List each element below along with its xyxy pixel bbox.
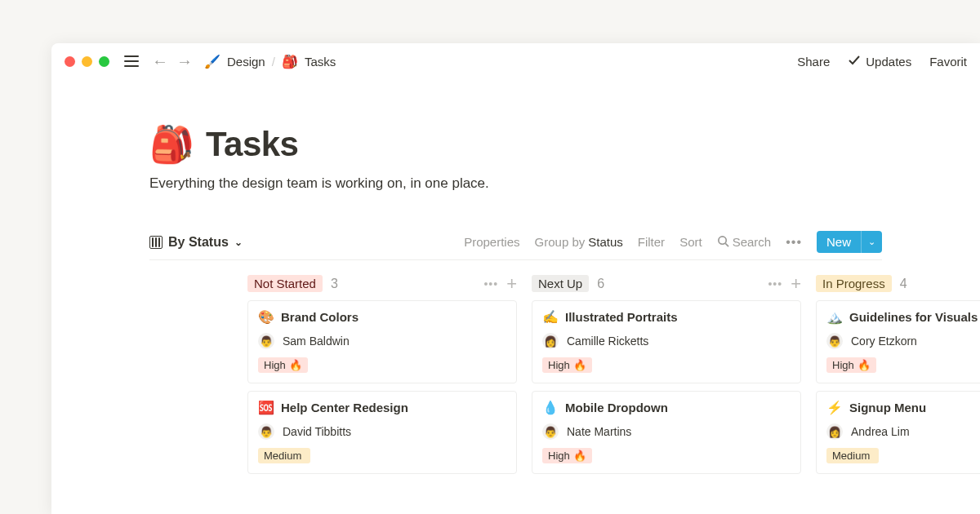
search-icon [717, 235, 729, 250]
menu-icon[interactable] [124, 55, 139, 67]
kanban-board: Not Started 3 ••• + 🎨 Brand Colors 👨 Sam… [51, 275, 980, 481]
groupby-button[interactable]: Group by Status [535, 235, 623, 249]
page-content: 🎒 Tasks Everything the design team is wo… [51, 76, 980, 481]
priority-tag: High 🔥 [542, 448, 592, 463]
avatar: 👨 [258, 423, 274, 440]
task-card[interactable]: 🆘 Help Center Redesign 👨 David Tibbitts … [247, 391, 517, 474]
priority-tag: High 🔥 [258, 357, 308, 373]
priority-tag: High 🔥 [826, 357, 876, 373]
favorite-label: Favorit [929, 55, 967, 69]
card-title: Illustrated Portraits [565, 310, 678, 324]
column-count: 4 [900, 277, 907, 291]
task-card[interactable]: ⚡ Signup Menu 👩 Andrea Lim Medium [816, 391, 980, 474]
priority-tag: High 🔥 [542, 357, 592, 373]
assignee-name: Andrea Lim [851, 425, 910, 438]
card-title: Signup Menu [849, 401, 926, 414]
priority-emoji-icon: 🔥 [858, 359, 871, 371]
column-header: Next Up 6 ••• + [532, 275, 801, 292]
forward-button[interactable]: → [176, 53, 193, 69]
priority-label: High [264, 359, 286, 371]
column-header: In Progress 4 ••• + [816, 275, 980, 292]
column-status-tag[interactable]: Not Started [247, 275, 323, 292]
column-header: Not Started 3 ••• + [247, 275, 517, 292]
card-icon: 💧 [542, 400, 559, 415]
avatar: 👨 [258, 333, 274, 349]
task-card[interactable]: ✍️ Illustrated Portraits 👩 Camille Ricke… [532, 300, 801, 383]
task-card[interactable]: 💧 Mobile Dropdown 👨 Nate Martins High 🔥 [532, 391, 801, 474]
breadcrumb-parent[interactable]: Design [227, 55, 265, 69]
view-label: By Status [168, 235, 229, 250]
priority-emoji-icon: 🔥 [573, 450, 586, 462]
share-button[interactable]: Share [797, 55, 830, 69]
board-icon [149, 236, 163, 249]
card-assignee: 👨 Sam Baldwin [258, 333, 506, 349]
column-status-tag[interactable]: Next Up [532, 275, 589, 292]
card-title: Brand Colors [281, 310, 359, 324]
window-controls [65, 56, 109, 67]
priority-tag: Medium [826, 448, 879, 463]
card-title-row: 🆘 Help Center Redesign [258, 400, 506, 415]
priority-label: High [548, 450, 570, 462]
toolbar-divider [149, 259, 882, 260]
priority-emoji-icon: 🔥 [289, 359, 302, 371]
card-title-row: ⚡ Signup Menu [826, 400, 980, 415]
updates-button[interactable]: Updates [848, 54, 911, 69]
search-button[interactable]: Search [717, 235, 772, 250]
card-assignee: 👨 Cory Etzkorn [826, 333, 980, 349]
card-title-row: 🎨 Brand Colors [258, 309, 506, 325]
page-description[interactable]: Everything the design team is working on… [149, 175, 882, 192]
new-button-group: New ⌄ [817, 231, 882, 253]
minimize-window-button[interactable] [82, 56, 92, 67]
breadcrumb-current[interactable]: Tasks [305, 55, 336, 69]
breadcrumb-current-icon: 🎒 [282, 54, 298, 69]
assignee-name: Sam Baldwin [283, 335, 350, 348]
share-label: Share [797, 55, 830, 69]
priority-label: Medium [264, 450, 301, 462]
view-selector[interactable]: By Status ⌄ [149, 235, 243, 250]
card-assignee: 👨 David Tibbitts [258, 423, 506, 440]
card-title-row: ✍️ Illustrated Portraits [542, 309, 791, 325]
toolbar-right: Properties Group by Status Filter Sort S… [464, 231, 882, 253]
priority-label: High [548, 359, 570, 371]
column-add-button[interactable]: + [506, 277, 517, 290]
assignee-name: Camille Ricketts [567, 335, 648, 348]
new-button-dropdown[interactable]: ⌄ [861, 231, 882, 253]
column-actions: ••• + [768, 277, 801, 290]
more-options-button[interactable]: ••• [786, 235, 802, 250]
card-icon: 🏔️ [826, 309, 843, 325]
updates-label: Updates [866, 55, 911, 69]
column-actions: ••• + [483, 277, 517, 290]
column-more-button[interactable]: ••• [768, 277, 782, 290]
card-assignee: 👩 Andrea Lim [826, 423, 980, 440]
favorite-button[interactable]: Favorit [929, 55, 967, 69]
card-assignee: 👩 Camille Ricketts [542, 333, 791, 349]
back-button[interactable]: ← [152, 53, 168, 69]
maximize-window-button[interactable] [99, 56, 109, 67]
topbar-actions: Share Updates Favorit [797, 54, 967, 69]
close-window-button[interactable] [65, 56, 75, 67]
new-button[interactable]: New [817, 231, 861, 253]
properties-button[interactable]: Properties [464, 235, 519, 249]
column-count: 6 [597, 277, 604, 291]
column-status-tag[interactable]: In Progress [816, 275, 892, 292]
column-next_up: Next Up 6 ••• + ✍️ Illustrated Portraits… [532, 275, 801, 481]
task-card[interactable]: 🎨 Brand Colors 👨 Sam Baldwin High 🔥 [247, 300, 517, 383]
column-in_progress: In Progress 4 ••• + 🏔️ Guidelines for Vi… [816, 275, 980, 481]
filter-button[interactable]: Filter [638, 235, 665, 249]
priority-emoji-icon: 🔥 [573, 359, 586, 371]
breadcrumb: 🖌️ Design / 🎒 Tasks [204, 54, 336, 69]
card-title: Mobile Dropdown [565, 401, 668, 414]
sort-button[interactable]: Sort [679, 235, 702, 249]
avatar: 👨 [826, 333, 843, 349]
page-icon[interactable]: 🎒 [149, 123, 194, 166]
svg-line-1 [725, 243, 728, 246]
column-more-button[interactable]: ••• [483, 277, 498, 290]
task-card[interactable]: 🏔️ Guidelines for Visuals 👨 Cory Etzkorn… [816, 300, 980, 383]
card-title-row: 💧 Mobile Dropdown [542, 400, 791, 415]
search-label: Search [733, 235, 772, 249]
card-title: Help Center Redesign [281, 401, 408, 414]
priority-label: High [832, 359, 854, 371]
column-add-button[interactable]: + [791, 277, 801, 290]
page-title[interactable]: Tasks [206, 125, 298, 164]
column-count: 3 [331, 277, 338, 291]
